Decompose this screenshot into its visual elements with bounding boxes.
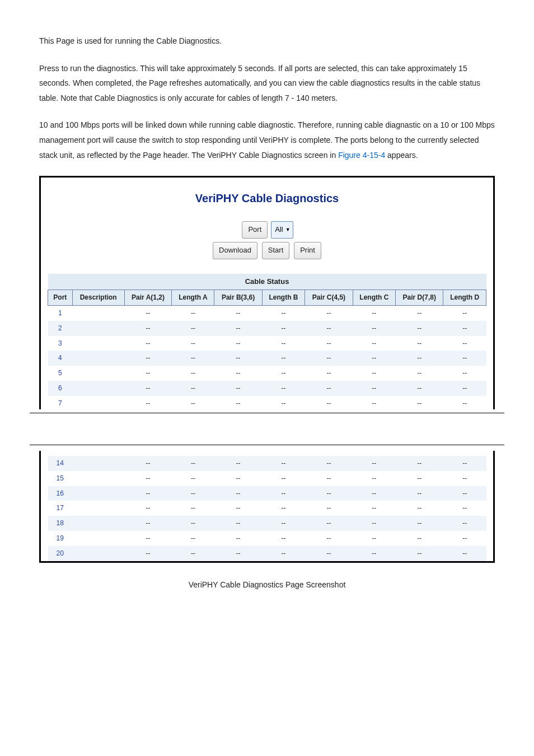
start-button[interactable]: Start [262, 242, 289, 259]
value-cell: -- [396, 366, 443, 381]
value-cell: -- [262, 321, 305, 336]
value-cell: -- [262, 396, 305, 411]
port-cell: 18 [48, 516, 73, 531]
table-row: 5---------------- [48, 366, 486, 381]
table-row: 17---------------- [48, 501, 486, 516]
value-cell: -- [396, 501, 443, 516]
value-cell: -- [124, 336, 172, 351]
value-cell: -- [353, 321, 396, 336]
value-cell: -- [124, 471, 172, 486]
value-cell: -- [262, 456, 305, 471]
table-row: 16---------------- [48, 486, 486, 501]
value-cell: -- [443, 381, 486, 396]
value-cell: -- [353, 366, 396, 381]
table-row: 6---------------- [48, 381, 486, 396]
value-cell: -- [172, 396, 214, 411]
value-cell [72, 351, 124, 366]
value-cell: -- [396, 456, 443, 471]
cable-status-header: Cable Status [48, 274, 486, 290]
table-column-header: Pair C(4,5) [305, 290, 353, 306]
value-cell: -- [353, 471, 396, 486]
port-select[interactable]: All▼ [271, 221, 293, 239]
value-cell: -- [443, 456, 486, 471]
value-cell: -- [443, 366, 486, 381]
value-cell: -- [262, 486, 305, 501]
value-cell: -- [396, 471, 443, 486]
value-cell [72, 456, 124, 471]
download-button[interactable]: Download [213, 242, 257, 259]
value-cell: -- [353, 486, 396, 501]
value-cell: -- [353, 351, 396, 366]
value-cell: -- [124, 381, 172, 396]
value-cell: -- [262, 546, 305, 561]
figure-link[interactable]: Figure 4-15-4 [338, 151, 385, 160]
table-row: 15---------------- [48, 471, 486, 486]
value-cell: -- [305, 531, 353, 546]
value-cell: -- [172, 351, 214, 366]
value-cell: -- [396, 516, 443, 531]
port-cell: 7 [48, 396, 73, 411]
value-cell: -- [172, 516, 214, 531]
value-cell: -- [124, 531, 172, 546]
value-cell: -- [172, 336, 214, 351]
port-cell: 2 [48, 321, 73, 336]
value-cell [72, 546, 124, 561]
value-cell: -- [396, 321, 443, 336]
print-button[interactable]: Print [294, 242, 321, 259]
value-cell: -- [262, 306, 305, 321]
table-row: 4---------------- [48, 351, 486, 366]
value-cell: -- [262, 516, 305, 531]
value-cell: -- [214, 306, 262, 321]
table-column-header: Pair D(7,8) [396, 290, 443, 306]
value-cell [72, 486, 124, 501]
value-cell: -- [305, 351, 353, 366]
value-cell: -- [214, 501, 262, 516]
value-cell: -- [172, 321, 214, 336]
port-cell: 6 [48, 381, 73, 396]
value-cell: -- [353, 516, 396, 531]
value-cell [72, 336, 124, 351]
value-cell: -- [214, 366, 262, 381]
value-cell: -- [396, 336, 443, 351]
intro-p3-a: 10 and 100 Mbps ports will be linked dow… [39, 120, 495, 159]
value-cell [72, 516, 124, 531]
table-column-header: Pair A(1,2) [124, 290, 172, 306]
value-cell: -- [214, 471, 262, 486]
table-row: 19---------------- [48, 531, 486, 546]
value-cell: -- [124, 351, 172, 366]
table-row: 7---------------- [48, 396, 486, 411]
value-cell: -- [305, 501, 353, 516]
value-cell: -- [305, 381, 353, 396]
value-cell: -- [353, 306, 396, 321]
port-cell: 4 [48, 351, 73, 366]
value-cell: -- [443, 306, 486, 321]
value-cell: -- [353, 501, 396, 516]
value-cell [72, 531, 124, 546]
value-cell: -- [172, 381, 214, 396]
value-cell: -- [214, 486, 262, 501]
intro-p3-b: appears. [385, 151, 418, 160]
value-cell: -- [443, 336, 486, 351]
port-cell: 3 [48, 336, 73, 351]
value-cell: -- [305, 306, 353, 321]
value-cell [72, 366, 124, 381]
value-cell: -- [396, 396, 443, 411]
value-cell: -- [214, 396, 262, 411]
value-cell: -- [214, 351, 262, 366]
value-cell: -- [443, 486, 486, 501]
value-cell [72, 321, 124, 336]
value-cell: -- [353, 381, 396, 396]
value-cell: -- [262, 471, 305, 486]
value-cell: -- [262, 366, 305, 381]
value-cell: -- [124, 396, 172, 411]
value-cell [72, 396, 124, 411]
value-cell: -- [396, 306, 443, 321]
value-cell: -- [214, 531, 262, 546]
value-cell: -- [353, 546, 396, 561]
value-cell: -- [353, 336, 396, 351]
value-cell: -- [172, 501, 214, 516]
value-cell: -- [443, 321, 486, 336]
value-cell: -- [172, 471, 214, 486]
value-cell: -- [124, 366, 172, 381]
value-cell: -- [305, 366, 353, 381]
